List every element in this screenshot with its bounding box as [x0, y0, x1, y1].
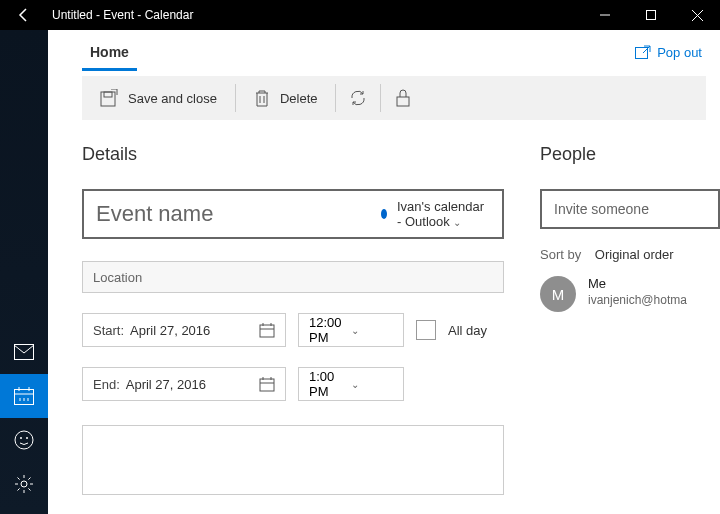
sort-order-value: Original order	[595, 247, 674, 262]
minimize-button[interactable]	[582, 0, 628, 30]
window-title: Untitled - Event - Calendar	[48, 8, 582, 22]
calendar-color-dot	[381, 209, 387, 219]
popout-icon	[635, 45, 651, 59]
save-close-label: Save and close	[128, 91, 217, 106]
event-name-row: Ivan's calendar - Outlook ⌄	[82, 189, 504, 239]
end-date-value: April 27, 2016	[126, 377, 259, 392]
titlebar: Untitled - Event - Calendar	[0, 0, 720, 30]
svg-rect-24	[104, 92, 112, 97]
calendar-icon	[259, 322, 275, 338]
event-name-input[interactable]	[96, 201, 371, 227]
sort-by-row[interactable]: Sort by Original order	[540, 247, 720, 262]
start-date-picker[interactable]: Start: April 27, 2016	[82, 313, 286, 347]
app-sidebar	[0, 30, 48, 514]
description-box[interactable]	[82, 425, 504, 495]
svg-line-21	[28, 478, 30, 480]
svg-line-18	[18, 478, 20, 480]
all-day-label: All day	[448, 323, 487, 338]
save-close-button[interactable]: Save and close	[82, 76, 235, 120]
svg-rect-25	[397, 97, 409, 106]
svg-rect-1	[647, 11, 656, 20]
svg-rect-3	[15, 390, 34, 405]
trash-icon	[254, 89, 270, 107]
start-date-value: April 27, 2016	[130, 323, 259, 338]
location-input[interactable]	[82, 261, 504, 293]
sidebar-mail[interactable]	[0, 330, 48, 374]
svg-point-10	[15, 431, 33, 449]
svg-rect-30	[260, 379, 274, 391]
toolbar: Save and close Delete	[82, 76, 706, 120]
end-time-value: 1:00 PM	[309, 369, 351, 399]
delete-label: Delete	[280, 91, 318, 106]
calendar-selector-label: Ivan's calendar - Outlook	[397, 199, 484, 229]
svg-line-20	[18, 488, 20, 490]
people-heading: People	[540, 144, 720, 165]
lock-icon	[396, 89, 410, 107]
svg-rect-22	[636, 48, 648, 59]
calendar-icon	[259, 376, 275, 392]
tab-home[interactable]: Home	[82, 34, 137, 71]
start-time-picker[interactable]: 12:00 PM ⌄	[298, 313, 404, 347]
start-label: Start:	[93, 323, 124, 338]
svg-line-19	[28, 488, 30, 490]
svg-rect-26	[260, 325, 274, 337]
all-day-checkbox[interactable]	[416, 320, 436, 340]
person-row[interactable]: M Me ivanjenich@hotma	[540, 276, 720, 312]
svg-rect-23	[101, 92, 115, 106]
svg-rect-2	[15, 345, 34, 360]
sidebar-calendar[interactable]	[0, 374, 48, 418]
start-time-value: 12:00 PM	[309, 315, 351, 345]
delete-button[interactable]: Delete	[236, 76, 336, 120]
refresh-button[interactable]	[336, 76, 380, 120]
invite-input[interactable]	[540, 189, 720, 229]
end-time-picker[interactable]: 1:00 PM ⌄	[298, 367, 404, 401]
end-label: End:	[93, 377, 120, 392]
tab-row: Home Pop out	[48, 30, 720, 74]
popout-label: Pop out	[657, 45, 702, 60]
popout-button[interactable]: Pop out	[635, 45, 706, 60]
svg-point-12	[26, 437, 28, 439]
chevron-down-icon: ⌄	[351, 379, 393, 390]
private-button[interactable]	[381, 76, 425, 120]
calendar-selector[interactable]: Ivan's calendar - Outlook ⌄	[397, 199, 490, 229]
end-date-picker[interactable]: End: April 27, 2016	[82, 367, 286, 401]
close-button[interactable]	[674, 0, 720, 30]
details-heading: Details	[82, 144, 504, 165]
chevron-down-icon: ⌄	[453, 217, 461, 228]
sidebar-feedback[interactable]	[0, 418, 48, 462]
avatar: M	[540, 276, 576, 312]
svg-point-11	[20, 437, 22, 439]
back-button[interactable]	[0, 0, 48, 30]
person-email: ivanjenich@hotma	[588, 293, 687, 307]
refresh-icon	[349, 89, 367, 107]
chevron-down-icon: ⌄	[351, 325, 393, 336]
maximize-button[interactable]	[628, 0, 674, 30]
save-icon	[100, 89, 118, 107]
sort-by-label: Sort by	[540, 247, 581, 262]
person-name: Me	[588, 276, 687, 291]
sidebar-settings[interactable]	[0, 462, 48, 506]
svg-point-13	[21, 481, 27, 487]
